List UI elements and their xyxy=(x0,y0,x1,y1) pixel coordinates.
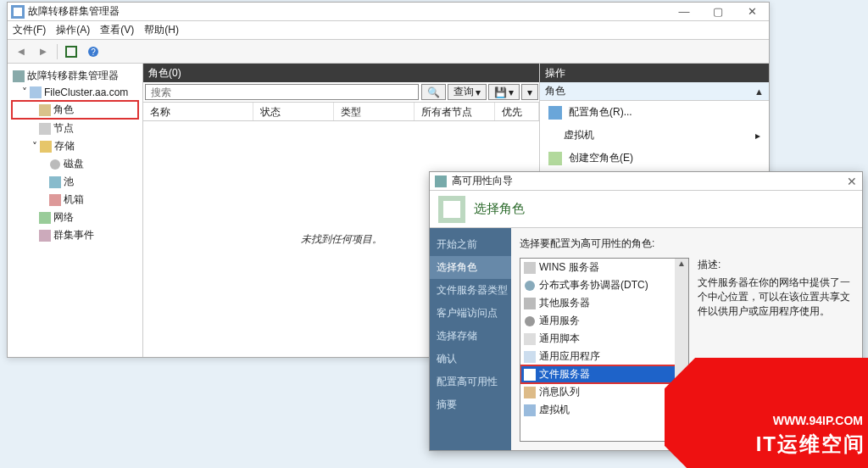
svg-rect-19 xyxy=(443,201,460,218)
role-item-generic-service[interactable]: 通用服务 xyxy=(520,312,688,330)
role-item-label: 通用脚本 xyxy=(539,332,580,346)
toolbar-back[interactable]: ◄ xyxy=(13,43,30,60)
svg-rect-9 xyxy=(40,141,52,153)
svg-text:?: ? xyxy=(91,47,96,57)
svg-rect-13 xyxy=(39,212,51,224)
col-owner[interactable]: 所有者节点 xyxy=(415,103,495,120)
window-title: 故障转移群集管理器 xyxy=(28,4,667,19)
svg-rect-16 xyxy=(548,152,562,165)
col-state[interactable]: 状态 xyxy=(253,103,334,120)
svg-rect-6 xyxy=(30,86,42,98)
cluster-icon xyxy=(13,70,25,82)
action-vm[interactable]: 虚拟机 ▸ xyxy=(540,124,769,147)
role-item-label: 文件服务器 xyxy=(539,367,590,382)
tree-roles[interactable]: 角色 xyxy=(11,100,139,120)
tree-nodes[interactable]: 节点 xyxy=(11,120,139,137)
role-item-generic-app[interactable]: 通用应用程序 xyxy=(520,348,688,365)
query-dropdown[interactable]: 查询 ▾ xyxy=(448,84,487,100)
menu-action[interactable]: 操作(A) xyxy=(56,23,90,37)
nav-select-role[interactable]: 选择角色 xyxy=(430,256,511,279)
expand-icon[interactable]: ˅ xyxy=(22,86,27,98)
toolbar-fwd[interactable]: ► xyxy=(35,43,52,60)
svg-rect-8 xyxy=(39,123,51,135)
nodes-icon xyxy=(39,123,51,135)
role-icon xyxy=(524,404,536,416)
role-icon xyxy=(524,387,536,398)
nav-select-storage[interactable]: 选择存储 xyxy=(430,325,511,348)
actions-section[interactable]: 角色 ▲ xyxy=(540,82,769,101)
save-query-button[interactable]: 💾 ▾ xyxy=(488,84,520,100)
nav-summary[interactable]: 摘要 xyxy=(430,393,511,416)
close-button[interactable]: ✕ xyxy=(735,3,769,21)
wizard-close-button[interactable]: ✕ xyxy=(847,175,857,188)
tree-disks-label: 磁盘 xyxy=(64,157,84,171)
app-icon xyxy=(11,5,25,19)
tree-root[interactable]: 故障转移群集管理器 xyxy=(11,67,139,85)
more-button[interactable]: ▾ xyxy=(521,84,538,100)
scrollbar[interactable]: ▲▼ xyxy=(675,259,688,441)
role-item-msmq[interactable]: 消息队列 xyxy=(520,383,688,401)
menu-file[interactable]: 文件(F) xyxy=(13,23,46,37)
menu-view[interactable]: 查看(V) xyxy=(100,23,134,37)
col-name[interactable]: 名称 xyxy=(143,103,253,120)
tree-storage[interactable]: ˅ 存储 xyxy=(11,137,139,155)
role-listbox[interactable]: WINS 服务器 分布式事务协调器(DTC) 其他服务器 通用服务 xyxy=(520,258,689,442)
server-icon xyxy=(30,86,42,98)
tree-storage-label: 存储 xyxy=(54,139,75,153)
svg-rect-17 xyxy=(435,176,447,187)
tree-events[interactable]: 群集事件 xyxy=(11,226,139,244)
col-type[interactable]: 类型 xyxy=(334,103,415,120)
tree-pools[interactable]: 池 xyxy=(11,173,139,191)
action-configure-role-label: 配置角色(R)... xyxy=(569,105,632,120)
svg-rect-2 xyxy=(66,47,76,57)
wizard-title: 高可用性向导 xyxy=(452,174,513,188)
configure-role-icon xyxy=(548,106,562,120)
nav-fs-type[interactable]: 文件服务器类型 xyxy=(430,279,511,302)
role-item-wins[interactable]: WINS 服务器 xyxy=(520,259,688,276)
role-item-label: WINS 服务器 xyxy=(539,260,599,275)
svg-point-23 xyxy=(525,316,535,326)
search-icon-button[interactable]: 🔍 xyxy=(421,84,446,100)
description-label: 描述: xyxy=(698,258,854,272)
tree-events-label: 群集事件 xyxy=(53,228,94,242)
maximize-button[interactable]: ▢ xyxy=(701,3,735,21)
action-create-empty-role[interactable]: 创建空角色(E) xyxy=(540,147,769,170)
tree-nodes-label: 节点 xyxy=(53,121,74,136)
role-item-vm[interactable]: 虚拟机 xyxy=(520,401,688,419)
action-create-empty-role-label: 创建空角色(E) xyxy=(569,151,633,165)
menu-help[interactable]: 帮助(H) xyxy=(144,23,179,37)
storage-icon xyxy=(40,141,52,153)
create-empty-role-icon xyxy=(548,152,562,165)
tree-cluster[interactable]: ˅ FileCluster.aa.com xyxy=(11,85,139,100)
toolbar-refresh[interactable] xyxy=(63,43,80,60)
action-configure-role[interactable]: 配置角色(R)... xyxy=(540,101,769,124)
role-item-dtc[interactable]: 分布式事务协调器(DTC) xyxy=(520,276,688,294)
scroll-down-icon: ▼ xyxy=(677,432,686,441)
center-header: 角色(0) xyxy=(143,64,539,82)
expand-icon[interactable]: ˅ xyxy=(32,141,37,153)
tree-networks[interactable]: 网络 xyxy=(11,209,139,226)
nav-confirm[interactable]: 确认 xyxy=(430,348,511,370)
role-icon xyxy=(524,315,536,327)
chevron-right-icon: ▸ xyxy=(755,130,760,142)
role-item-generic-script[interactable]: 通用脚本 xyxy=(520,330,688,348)
minimize-button[interactable]: — xyxy=(667,3,701,21)
nav-before[interactable]: 开始之前 xyxy=(430,233,511,256)
tree-disks[interactable]: 磁盘 xyxy=(11,155,139,173)
toolbar-help[interactable]: ? xyxy=(85,43,102,60)
col-priority[interactable]: 优先 xyxy=(495,103,539,120)
svg-rect-22 xyxy=(524,298,536,309)
search-row: 🔍 查询 ▾ 💾 ▾ ▾ xyxy=(143,82,539,103)
svg-rect-28 xyxy=(524,404,536,416)
tree-enclosures[interactable]: 机箱 xyxy=(11,191,139,209)
query-label: 查询 xyxy=(453,85,474,99)
search-input[interactable] xyxy=(145,84,419,100)
nav-config-ha[interactable]: 配置高可用性 xyxy=(430,370,511,393)
window-titlebar: 故障转移群集管理器 — ▢ ✕ xyxy=(8,3,769,21)
role-item-other[interactable]: 其他服务器 xyxy=(520,294,688,312)
tree-cluster-label: FileCluster.aa.com xyxy=(44,86,128,98)
nav-cap[interactable]: 客户端访问点 xyxy=(430,302,511,325)
role-item-file-server[interactable]: 文件服务器 xyxy=(520,365,688,383)
actions-section-label: 角色 xyxy=(545,84,565,98)
tree-pools-label: 池 xyxy=(64,175,74,189)
